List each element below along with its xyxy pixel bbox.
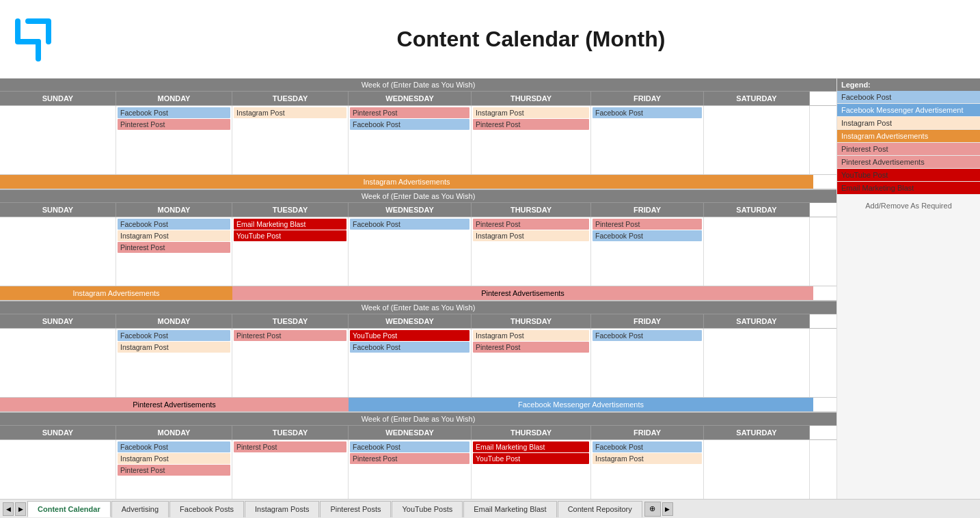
w2-thu-item1: Pinterest Post xyxy=(473,219,589,230)
w4-mon-item1: Facebook Post xyxy=(118,441,230,452)
w3-sat-header: SATURDAY xyxy=(704,314,810,328)
w4-sat-header: SATURDAY xyxy=(704,426,810,439)
w1-fri-item1: Facebook Post xyxy=(593,107,702,118)
w2-thu: Pinterest Post Instagram Post xyxy=(472,217,591,286)
tab-scroll-right[interactable]: ▶ xyxy=(662,502,673,516)
w3-thu-item1: Instagram Post xyxy=(473,330,589,341)
w1-thu-item2: Pinterest Post xyxy=(473,119,589,130)
legend-instagram-ad: Instagram Advertisements xyxy=(837,130,980,143)
w2-mon-item3: Pinterest Post xyxy=(118,242,230,253)
w1-mon-item1: Facebook Post xyxy=(118,107,230,118)
w3-tue-item1: Pinterest Post xyxy=(234,330,346,341)
w2-tue-item1: Email Marketing Blast xyxy=(234,219,346,230)
legend-title: Legend: xyxy=(837,79,980,91)
w3-tue-header: TUESDAY xyxy=(232,314,349,328)
w2-wed-header: WEDNESDAY xyxy=(349,203,472,217)
week-header-4: Week of (Enter Date as You Wish) xyxy=(0,413,836,426)
w3-sat xyxy=(704,329,810,397)
logo xyxy=(11,11,79,67)
tab-nav-left[interactable]: ◀ xyxy=(3,502,14,516)
tab-nav-right[interactable]: ▶ xyxy=(15,502,26,516)
day-headers-1: SUNDAY MONDAY TUESDAY WEDNESDAY THURSDAY… xyxy=(0,92,836,106)
fri-header: FRIDAY xyxy=(591,92,704,105)
legend-youtube-post: YouTube Post xyxy=(837,169,980,182)
w3-pinterest-ad: Pinterest Advertisements xyxy=(0,398,349,411)
week-section-1: Week of (Enter Date as You Wish) SUNDAY … xyxy=(0,79,836,190)
w2-sat xyxy=(704,217,810,286)
w4-mon: Facebook Post Instagram Post Pinterest P… xyxy=(116,440,232,499)
w2-mon-item1: Facebook Post xyxy=(118,219,230,230)
w2-mon: Facebook Post Instagram Post Pinterest P… xyxy=(116,217,232,286)
w2-tue-item2: YouTube Post xyxy=(234,230,346,241)
w2-instagram-ad: Instagram Advertisements xyxy=(0,286,232,300)
tab-email-marketing[interactable]: Email Marketing Blast xyxy=(463,501,556,517)
w1-fri: Facebook Post xyxy=(591,106,704,174)
w4-tue-header: TUESDAY xyxy=(232,426,349,439)
w4-thu-item1: Email Marketing Blast xyxy=(473,441,589,452)
legend-pinterest-post: Pinterest Post xyxy=(837,143,980,156)
w1-mon-item2: Pinterest Post xyxy=(118,119,230,130)
sun-header: SUNDAY xyxy=(0,92,116,105)
w1-wed: Pinterest Post Facebook Post xyxy=(349,106,472,174)
w2-sun-header: SUNDAY xyxy=(0,203,116,217)
w3-mon: Facebook Post Instagram Post xyxy=(116,329,232,397)
w3-sun xyxy=(0,329,116,397)
legend-note: Add/Remove As Required xyxy=(837,195,980,217)
thu-header: THURSDAY xyxy=(472,92,591,105)
w4-mon-item3: Pinterest Post xyxy=(118,465,230,476)
tab-advertising[interactable]: Advertising xyxy=(111,501,169,517)
w3-ad-row: Pinterest Advertisements Facebook Messen… xyxy=(0,398,836,412)
header: Content Calendar (Month) xyxy=(0,0,980,79)
tab-youtube-posts[interactable]: YouTube Posts xyxy=(392,501,463,517)
tab-instagram-posts[interactable]: Instagram Posts xyxy=(245,501,319,517)
w4-wed: Facebook Post Pinterest Post xyxy=(349,440,472,499)
legend-instagram-post: Instagram Post xyxy=(837,117,980,130)
w2-ad-row: Instagram Advertisements Pinterest Adver… xyxy=(0,286,836,301)
w1-wed-item1: Pinterest Post xyxy=(350,107,469,118)
week-header-2: Week of (Enter Date as You Wish) xyxy=(0,190,836,203)
calendar-wrapper: Week of (Enter Date as You Wish) SUNDAY … xyxy=(0,79,980,499)
w2-wed-item1: Facebook Post xyxy=(350,219,469,230)
w1-sun xyxy=(0,106,116,174)
w3-thu-item2: Pinterest Post xyxy=(473,342,589,353)
w3-wed-header: WEDNESDAY xyxy=(349,314,472,328)
w3-sun-header: SUNDAY xyxy=(0,314,116,328)
week-section-3: Week of (Enter Date as You Wish) SUNDAY … xyxy=(0,301,836,413)
w1-wed-item2: Facebook Post xyxy=(350,119,469,130)
w4-thu-header: THURSDAY xyxy=(472,426,591,439)
w2-mon-header: MONDAY xyxy=(116,203,232,217)
wed-header: WEDNESDAY xyxy=(349,92,472,105)
sat-header: SATURDAY xyxy=(704,92,810,105)
calendar-main[interactable]: Week of (Enter Date as You Wish) SUNDAY … xyxy=(0,79,836,499)
day-headers-4: SUNDAY MONDAY TUESDAY WEDNESDAY THURSDAY… xyxy=(0,426,836,440)
w4-wed-item2: Pinterest Post xyxy=(350,453,469,464)
tab-content-repository[interactable]: Content Repository xyxy=(558,501,642,517)
w4-fri-header: FRIDAY xyxy=(591,426,704,439)
w4-sun xyxy=(0,440,116,499)
w2-thu-header: THURSDAY xyxy=(472,203,591,217)
tab-add-button[interactable]: ⊕ xyxy=(644,502,661,517)
legend-email-blast: Email Marketing Blast xyxy=(837,182,980,195)
w3-fb-messenger-ad: Facebook Messenger Advertisements xyxy=(349,398,813,411)
w3-thu-header: THURSDAY xyxy=(472,314,591,328)
day-headers-3: SUNDAY MONDAY TUESDAY WEDNESDAY THURSDAY… xyxy=(0,314,836,329)
w2-pinterest-ad: Pinterest Advertisements xyxy=(232,286,813,300)
w3-mon-item2: Instagram Post xyxy=(118,342,230,353)
w3-fri: Facebook Post xyxy=(591,329,704,397)
legend-panel: Legend: Facebook Post Facebook Messenger… xyxy=(836,79,980,499)
w1-tue: Instagram Post xyxy=(232,106,349,174)
w4-tue: Pinterst Post xyxy=(232,440,349,499)
tab-pinterest-posts[interactable]: Pinterest Posts xyxy=(320,501,391,517)
tab-facebook-posts[interactable]: Facebook Posts xyxy=(169,501,244,517)
tab-content-calendar[interactable]: Content Calendar xyxy=(27,501,111,517)
w4-sun-header: SUNDAY xyxy=(0,426,116,439)
w1-thu-item1: Instagram Post xyxy=(473,107,589,118)
w2-fri-item2: Facebook Post xyxy=(593,230,702,241)
w4-mon-header: MONDAY xyxy=(116,426,232,439)
week-body-2: Facebook Post Instagram Post Pinterest P… xyxy=(0,217,836,286)
tab-bar: ◀ ▶ Content Calendar Advertising Faceboo… xyxy=(0,499,980,518)
w2-thu-item2: Instagram Post xyxy=(473,230,589,241)
page-title: Content Calendar (Month) xyxy=(93,27,969,52)
day-headers-2: SUNDAY MONDAY TUESDAY WEDNESDAY THURSDAY… xyxy=(0,203,836,217)
mon-header: MONDAY xyxy=(116,92,232,105)
